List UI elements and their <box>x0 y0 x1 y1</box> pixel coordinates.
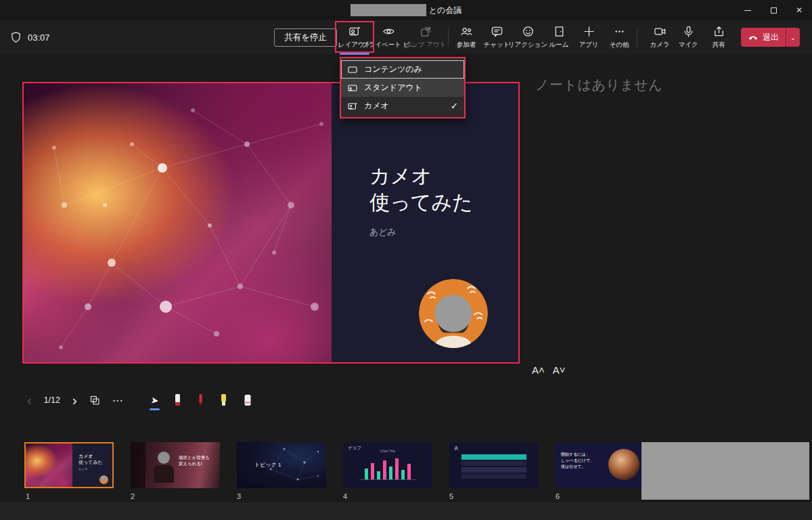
slide-thumbnail-3[interactable]: トピック 1 <box>237 442 326 488</box>
slide-title: カメオ 使ってみた <box>369 162 518 215</box>
meeting-timer: 03:07 <box>28 32 50 43</box>
rooms-icon <box>553 25 566 38</box>
camera-label: カメラ <box>650 41 669 49</box>
thumbnail-artwork <box>26 443 72 487</box>
ellipsis-icon <box>613 25 626 38</box>
pop-out-label: ポップ アウト <box>405 41 447 49</box>
thumbnail-mini-table <box>461 454 526 479</box>
meeting-toolbar: 03:07 共有を停止 レイアウト プライベート ビ... ポップ アウト 参加… <box>0 20 812 54</box>
content-only-icon <box>347 64 358 75</box>
avatar-graphic <box>419 279 488 348</box>
red-pen-icon <box>197 393 204 407</box>
cameo-icon <box>347 101 358 112</box>
maximize-button[interactable] <box>761 0 786 20</box>
laser-pointer-tool[interactable]: ➤ <box>151 395 159 406</box>
chat-button[interactable]: チャット <box>482 25 512 52</box>
next-slide-button[interactable]: › <box>72 393 77 407</box>
redacted-meeting-name <box>351 4 426 16</box>
minimize-button[interactable] <box>735 0 761 20</box>
apps-label: アプリ <box>579 41 598 49</box>
slide-thumbnail-1[interactable]: カメオ 使ってみた あどみ <box>24 442 114 488</box>
window-controls: ✕ <box>735 0 812 20</box>
reactions-label: リアクション <box>508 41 547 49</box>
toolbar-divider <box>448 28 449 47</box>
window-title: との会議 <box>429 5 462 16</box>
thumbnail-avatar <box>99 475 108 484</box>
eraser-tool[interactable] <box>243 393 252 407</box>
private-view-button[interactable]: プライベート ビ... <box>367 25 409 52</box>
thumbnail-mini-chart <box>359 456 416 480</box>
slide-thumbnail-5[interactable]: 表 <box>449 442 539 488</box>
highlighter-tool[interactable] <box>219 393 228 407</box>
share-button[interactable]: 共有 <box>704 25 734 52</box>
mic-icon <box>682 25 695 38</box>
camera-button[interactable]: カメラ <box>645 25 675 52</box>
thumbnail-person <box>154 452 174 488</box>
stop-sharing-button[interactable]: 共有を停止 <box>274 28 337 47</box>
redacted-region <box>641 442 809 500</box>
mic-label: マイク <box>678 41 698 49</box>
thumbnail-network <box>237 442 326 488</box>
slide-page-indicator: 1/12 <box>44 395 60 405</box>
leave-options-button[interactable]: ⌄ <box>786 28 800 47</box>
eraser-icon <box>243 393 252 407</box>
shared-slide: カメオ 使ってみた あどみ <box>22 82 520 364</box>
plus-icon <box>583 25 595 38</box>
standout-icon <box>347 83 358 93</box>
pop-out-button: ポップ アウト <box>406 25 445 52</box>
rooms-button[interactable]: ルーム <box>544 25 574 52</box>
slide-subtitle: あどみ <box>369 226 518 238</box>
eye-icon <box>382 25 395 38</box>
menu-item-cameo[interactable]: カメオ ✓ <box>341 97 464 115</box>
reactions-icon <box>522 25 535 38</box>
share-label: 共有 <box>713 41 725 49</box>
apps-button[interactable]: アプリ <box>574 25 604 52</box>
leave-button[interactable]: 退出 <box>741 28 786 47</box>
camera-icon <box>654 25 667 38</box>
thumbnail-photo <box>608 449 639 480</box>
menu-item-standout[interactable]: スタンドアウト <box>341 79 464 97</box>
pop-out-icon <box>420 25 432 38</box>
close-button[interactable]: ✕ <box>786 0 812 20</box>
network-pattern <box>24 83 332 362</box>
participants-label: 参加者 <box>457 41 476 49</box>
font-decrease-button[interactable]: A˅ <box>553 364 566 376</box>
mic-button[interactable]: マイク <box>675 25 702 52</box>
more-label: その他 <box>610 41 629 49</box>
reactions-button[interactable]: リアクション <box>509 25 547 52</box>
slide-thumbnail-6[interactable]: 開始するには、 しゃべるだけで、 後は任せて。 <box>556 442 645 488</box>
menu-item-label: カメオ <box>364 100 389 112</box>
titlebar: との会議 ✕ <box>0 0 812 20</box>
hang-up-icon <box>748 32 759 43</box>
close-icon: ✕ <box>796 5 803 15</box>
participants-button[interactable]: 参加者 <box>450 25 482 52</box>
thumbnail-number: 5 <box>449 492 453 500</box>
slide-more-options-button[interactable]: ⋯ <box>112 394 124 407</box>
red-pen-tool[interactable] <box>197 393 204 407</box>
marker-pen-icon <box>173 393 182 407</box>
minimize-icon <box>744 10 751 11</box>
slide-thumbnail-4[interactable]: グラフ Chart Title <box>343 442 432 488</box>
chat-icon <box>491 25 503 38</box>
toolbar-divider-2 <box>637 28 637 47</box>
cameo-video-avatar <box>419 279 488 348</box>
leave-button-group: 退出 ⌄ <box>741 28 800 47</box>
previous-slide-button[interactable]: ‹ <box>27 393 32 407</box>
bottom-bar <box>0 502 812 520</box>
more-button[interactable]: その他 <box>604 25 635 52</box>
laser-pointer-icon: ➤ <box>150 394 160 406</box>
slide-grid-button[interactable] <box>89 395 100 406</box>
thumbnail-decor <box>131 442 145 488</box>
check-icon: ✓ <box>451 101 458 111</box>
slide-navigation: ‹ 1/12 › ⋯ ➤ <box>27 391 252 410</box>
marker-pen-tool[interactable] <box>173 393 182 407</box>
shield-icon <box>9 31 22 44</box>
menu-item-content-only[interactable]: コンテンツのみ <box>341 60 464 79</box>
font-increase-button[interactable]: A˄ <box>532 364 545 376</box>
thumbnail-number: 6 <box>556 492 560 500</box>
slide-text-panel: カメオ 使ってみた あどみ <box>332 83 518 362</box>
share-icon <box>713 25 725 38</box>
layout-cameo-icon <box>348 25 361 38</box>
menu-item-label: コンテンツのみ <box>364 64 422 75</box>
slide-thumbnail-2[interactable]: 場所とか背景も 変えられる! <box>131 442 220 488</box>
